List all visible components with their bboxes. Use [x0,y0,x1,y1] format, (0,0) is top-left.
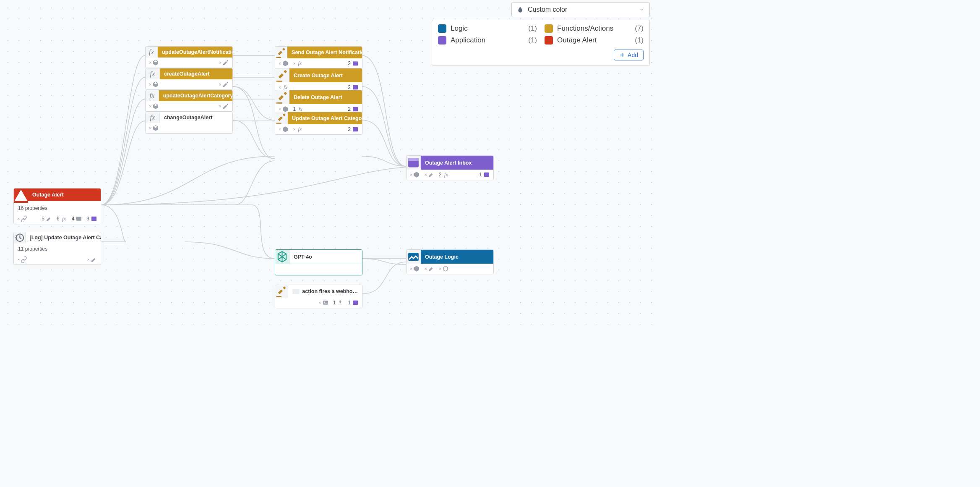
link-icon [21,215,27,222]
app-icon [91,215,97,222]
legend-label: Logic [451,24,524,33]
pen-icon [46,215,52,222]
card-title: Update Outage Alert Category [288,112,362,124]
swatch-icon [545,36,553,45]
card-logic-outage[interactable]: Outage Logic × × × [406,249,494,274]
legend-count: (1) [528,24,537,33]
card-title: Create Outage Alert [289,68,362,82]
stat-count: 1 [293,106,296,112]
card-title: Delete Outage Alert [289,90,362,104]
legend-label: Outage Alert [557,36,631,45]
card-title: Outage Alert Inbox [421,156,493,170]
model-icon [275,250,289,264]
stat-count: 2 [439,172,442,178]
fx-icon: fx [61,215,68,222]
function-icon: fx [146,68,160,79]
legend-item-outage-alert[interactable]: Outage Alert (1) [545,36,644,45]
svg-rect-7 [353,301,358,305]
model-icon [442,265,449,272]
cube-icon [152,125,159,131]
card-action-delete-outage-alert[interactable]: Delete Outage Alert × 1fx 2 [275,90,362,115]
image-icon [322,299,329,306]
pen-icon [222,103,229,110]
color-selector-label: Custom color [528,6,567,13]
cube-icon [282,126,289,133]
link-icon [21,256,27,263]
card-title: action fires a webho… [302,288,358,294]
legend-count: (7) [635,24,644,33]
add-button-label: Add [628,52,638,58]
stat-count: 2 [348,84,351,90]
app-icon [352,299,359,306]
card-title: [Log] Update Outage Alert Cate… [26,232,101,244]
svg-rect-1 [353,61,358,63]
legend-item-functions[interactable]: Functions/Actions (7) [545,24,644,33]
svg-rect-2 [353,85,358,90]
stat-count: 4 [72,216,75,222]
function-icon: fx [146,90,159,101]
card-title: createOutageAlert [160,68,232,79]
history-icon [14,232,26,244]
cube-icon [152,103,159,110]
card-title: changeOutageAlert [160,112,232,123]
stat-count: 1 [479,172,482,178]
gavel-icon [275,285,288,298]
app-icon [407,156,421,170]
fx-icon: fx [443,171,450,178]
color-selector[interactable]: Custom color [511,2,650,17]
card-app-outage-alert-inbox[interactable]: Outage Alert Inbox × × 2fx 1 [406,155,494,180]
properties-count: 11 properties [14,244,101,254]
function-icon: fx [146,47,158,58]
svg-point-6 [324,301,325,303]
upload-icon [337,299,344,306]
legend-item-application[interactable]: Application (1) [438,36,537,45]
logic-icon [407,250,421,264]
card-action-send-notification[interactable]: Send Outage Alert Notificatio… × ×fx 2 [275,46,362,69]
card-fn-update-notification[interactable]: fx updateOutageAlertNotificatio… × × [145,46,233,68]
legend-item-logic[interactable]: Logic (1) [438,24,537,33]
card-log-update-category[interactable]: [Log] Update Outage Alert Cate… 11 prope… [13,232,101,265]
card-action-create-outage-alert[interactable]: Create Outage Alert ×fx 2 [275,68,362,93]
pen-icon [428,265,435,272]
chevron-down-icon [639,7,644,12]
cube-icon [152,59,159,66]
cube-icon [282,60,289,67]
droplet-icon [517,6,524,13]
legend-box: Logic (1) Functions/Actions (7) Applicat… [432,20,650,66]
plus-icon [619,52,625,58]
function-icon: fx [146,112,160,123]
stat-count: 1 [348,300,351,306]
pen-icon [91,256,97,263]
gavel-icon [275,90,289,104]
card-fn-change-outage-alert[interactable]: fx changeOutageAlert × [145,112,233,134]
pen-icon [222,81,229,88]
legend-label: Functions/Actions [557,24,631,33]
svg-rect-9 [408,158,419,161]
svg-rect-13 [91,217,96,221]
stat-count: 2 [348,126,351,132]
legend-count: (1) [635,36,644,45]
gavel-icon [275,112,288,124]
stat-count: 3 [86,216,89,222]
svg-rect-10 [484,173,489,177]
card-fn-update-category[interactable]: fx updateOutageAlertCategory × × [145,90,233,112]
fx-icon: fx [297,60,303,67]
cube-icon [413,171,420,178]
legend-label: Application [451,36,524,45]
svg-rect-3 [353,107,358,112]
card-title: Outage Logic [421,250,493,264]
swatch-icon [545,24,553,33]
card-model-gpt4o[interactable]: GPT-4o [275,249,362,275]
properties-count: 16 properties [14,203,101,214]
card-object-outage-alert[interactable]: Outage Alert 16 properties × 5 6fx 4 3 [13,188,101,224]
swatch-icon [438,36,446,45]
card-title: updateOutageAlertCategory [159,90,232,101]
card-fn-create-outage-alert[interactable]: fx createOutageAlert × × [145,68,233,90]
card-action-update-category[interactable]: Update Outage Alert Category × ×fx 2 [275,112,362,135]
card-action-webhook[interactable]: action fires a webho… × 1 1 [275,285,362,308]
add-button[interactable]: Add [614,50,644,60]
app-icon [483,171,490,178]
stat-count: 2 [348,60,351,66]
card-title: Send Outage Alert Notificatio… [287,47,362,58]
pen-icon [222,59,229,66]
